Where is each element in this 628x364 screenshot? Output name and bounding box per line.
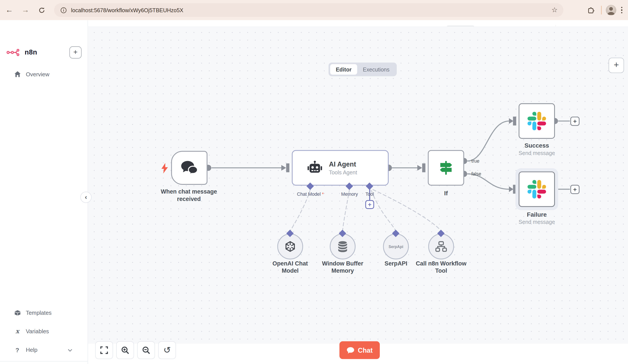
person-icon bbox=[606, 5, 616, 15]
node-serpapi[interactable]: SerpApi bbox=[383, 234, 409, 259]
tab-executions[interactable]: Executions bbox=[357, 64, 395, 74]
sidebar-item-help[interactable]: ? Help bbox=[0, 344, 88, 356]
sidebar: n8n + Overview Templates x Variables ? bbox=[0, 20, 88, 364]
sidebar-item-overview[interactable]: Overview bbox=[0, 68, 88, 80]
reload-icon bbox=[38, 7, 45, 13]
port-label: Chat Model bbox=[297, 192, 321, 196]
sidebar-collapse-button[interactable]: ‹ bbox=[80, 192, 92, 203]
canvas-controls: ↺ bbox=[95, 341, 176, 359]
openai-icon bbox=[284, 240, 296, 253]
toolbar-divider bbox=[601, 6, 602, 15]
node-subtitle: Tools Agent bbox=[329, 169, 357, 175]
node-label: If bbox=[444, 190, 448, 197]
url-text: localhost:5678/workflow/xWy6Oj5TBEUHzo5X bbox=[71, 7, 183, 13]
signpost-icon bbox=[438, 160, 454, 176]
node-label: When chat message received bbox=[156, 188, 222, 203]
zoom-in-button[interactable] bbox=[116, 341, 134, 359]
browser-back-icon[interactable]: ← bbox=[2, 3, 16, 17]
zoom-in-icon bbox=[121, 346, 129, 355]
zoom-to-fit-button[interactable] bbox=[95, 341, 113, 359]
undo-icon: ↺ bbox=[163, 346, 171, 355]
port-label: Tool bbox=[365, 192, 374, 196]
view-tabs: Editor Executions bbox=[329, 63, 397, 76]
sidebar-item-label: Help bbox=[26, 347, 37, 353]
extensions-icon[interactable] bbox=[585, 4, 597, 16]
browser-actions bbox=[585, 0, 628, 20]
sidebar-item-label: Templates bbox=[26, 309, 51, 316]
chat-bubbles-icon bbox=[180, 160, 198, 175]
add-node-canvas-button[interactable]: + bbox=[609, 58, 624, 73]
chevron-down-icon bbox=[68, 347, 72, 353]
node-call-n8n-workflow-tool[interactable] bbox=[428, 234, 454, 259]
sidebar-item-label: Overview bbox=[26, 71, 49, 77]
required-asterisk: * bbox=[322, 192, 324, 196]
slack-icon bbox=[528, 112, 546, 130]
site-info-icon[interactable] bbox=[57, 4, 70, 16]
browser-menu-icon[interactable] bbox=[621, 7, 622, 13]
database-icon bbox=[337, 240, 349, 253]
node-sublabel: Send message bbox=[519, 219, 555, 225]
zoom-out-button[interactable] bbox=[137, 341, 155, 359]
info-icon bbox=[60, 7, 67, 13]
question-icon: ? bbox=[14, 346, 21, 353]
slack-icon bbox=[528, 180, 546, 199]
new-workflow-button[interactable]: + bbox=[69, 46, 81, 59]
node-label: Failure bbox=[527, 211, 547, 218]
robot-icon bbox=[307, 161, 322, 175]
sidebar-item-templates[interactable]: Templates bbox=[0, 307, 88, 319]
box-icon bbox=[14, 310, 21, 316]
port-label: Memory bbox=[341, 192, 358, 196]
agent-text-block: AI Agent Tools Agent bbox=[329, 160, 357, 175]
output-label-false: false bbox=[471, 172, 481, 176]
reset-zoom-button[interactable]: ↺ bbox=[158, 341, 176, 359]
browser-toolbar: ← → localhost:5678/workflow/xWy6Oj5TBEUH… bbox=[0, 0, 628, 20]
output-label-true: true bbox=[471, 158, 479, 163]
sitemap-icon bbox=[435, 241, 447, 252]
trigger-bolt-icon bbox=[161, 163, 168, 173]
n8n-logo-icon bbox=[6, 48, 21, 57]
chat-button[interactable]: Chat bbox=[339, 341, 380, 359]
node-openai-chat-model[interactable] bbox=[277, 234, 303, 259]
home-icon bbox=[14, 71, 21, 77]
browser-forward-icon[interactable]: → bbox=[18, 3, 32, 17]
sidebar-item-variables[interactable]: x Variables bbox=[0, 325, 88, 337]
node-label: SerpAPI bbox=[374, 260, 418, 267]
n8n-app-window: ← → localhost:5678/workflow/xWy6Oj5TBEUH… bbox=[0, 0, 628, 364]
node-title: AI Agent bbox=[329, 160, 357, 168]
bookmark-star-icon[interactable]: ☆ bbox=[550, 6, 559, 14]
logo-text: n8n bbox=[25, 48, 37, 57]
n8n-logo[interactable]: n8n bbox=[6, 45, 37, 60]
fit-view-icon bbox=[100, 346, 108, 354]
zoom-out-icon bbox=[142, 346, 151, 355]
chat-button-label: Chat bbox=[358, 346, 373, 354]
sidebar-item-label: Variables bbox=[26, 328, 49, 335]
add-node-button[interactable]: + bbox=[570, 117, 580, 126]
address-bar[interactable]: localhost:5678/workflow/xWy6Oj5TBEUHzo5X… bbox=[54, 3, 563, 17]
node-success[interactable] bbox=[519, 103, 555, 139]
browser-profile-avatar[interactable] bbox=[606, 5, 616, 15]
node-ai-agent[interactable]: AI Agent Tools Agent bbox=[292, 150, 389, 186]
node-failure[interactable] bbox=[519, 172, 555, 207]
puzzle-icon bbox=[587, 6, 594, 14]
add-node-button[interactable]: + bbox=[570, 185, 580, 194]
node-label: Success bbox=[524, 142, 549, 150]
chat-bubble-icon bbox=[346, 347, 354, 354]
node-if[interactable] bbox=[428, 150, 464, 186]
node-label: Window Buffer Memory bbox=[316, 260, 369, 274]
node-label: Call n8n Workflow Tool bbox=[414, 260, 469, 274]
variable-x-icon: x bbox=[14, 328, 21, 335]
node-sublabel: Send message bbox=[519, 150, 555, 156]
sidebar-divider bbox=[0, 361, 88, 362]
serpapi-icon-text: SerpApi bbox=[389, 244, 403, 249]
node-label: OpenAI Chat Model bbox=[266, 260, 314, 274]
node-window-buffer-memory[interactable] bbox=[330, 234, 355, 259]
node-when-chat-message-received[interactable] bbox=[171, 151, 208, 185]
tab-editor[interactable]: Editor bbox=[330, 64, 357, 74]
add-tool-button[interactable]: + bbox=[365, 200, 374, 209]
browser-reload-icon[interactable] bbox=[35, 3, 48, 17]
